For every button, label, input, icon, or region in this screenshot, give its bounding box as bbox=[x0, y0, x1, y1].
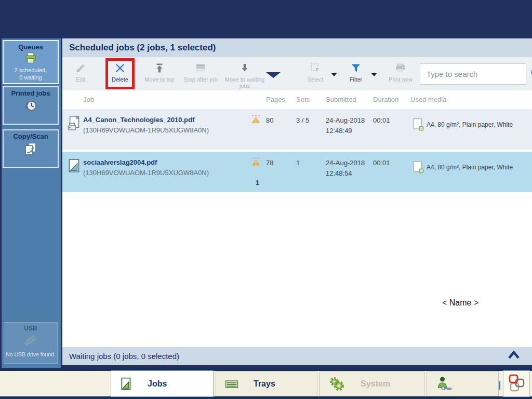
print-now-button[interactable]: Print now bbox=[385, 61, 416, 83]
tab-user-login[interactable] bbox=[427, 371, 499, 396]
chevron-up-icon[interactable] bbox=[507, 350, 521, 362]
job-submitted-time: 12:48:49 bbox=[326, 127, 352, 135]
sidebar-item-copy-scan[interactable]: Copy/Scan bbox=[3, 129, 59, 168]
queues-status-line2: 0 waiting bbox=[4, 74, 58, 81]
warning-icon bbox=[251, 157, 260, 168]
search-icon[interactable] bbox=[530, 67, 532, 82]
select-label: Select bbox=[308, 76, 324, 83]
stop-after-job-label: Stop after job bbox=[183, 76, 217, 83]
delete-button[interactable]: Delete bbox=[110, 61, 130, 83]
move-to-top-button[interactable]: Move to top bbox=[141, 61, 178, 83]
scheduled-jobs-header: Scheduled jobs (2 jobs, 1 selected) bbox=[62, 38, 532, 57]
print-now-label: Print now bbox=[389, 76, 413, 83]
job-progress-count: 1 bbox=[256, 179, 259, 187]
trays-icon bbox=[224, 378, 239, 390]
job-pages: 78 bbox=[266, 159, 273, 167]
select-button[interactable]: Select bbox=[302, 61, 328, 83]
select-dropdown-caret[interactable] bbox=[331, 73, 337, 76]
delete-x-icon bbox=[114, 61, 126, 75]
waiting-jobs-title: Waiting jobs (0 jobs, 0 selected) bbox=[69, 352, 179, 361]
queues-label: Queues bbox=[4, 41, 58, 51]
printing-job-icon bbox=[67, 115, 81, 134]
filter-funnel-icon bbox=[350, 61, 362, 75]
main-content: Scheduled jobs (2 jobs, 1 selected) Edit… bbox=[62, 38, 532, 365]
copy-scan-icon bbox=[22, 141, 39, 159]
select-marquee-icon bbox=[310, 61, 321, 75]
toolbar: Edit Delete Move to top bbox=[62, 57, 532, 90]
job-row-1[interactable]: A4_Canon_Technologies_2010.pdf (130H69VO… bbox=[62, 109, 532, 150]
stop-after-job-button[interactable]: Stop after job bbox=[180, 61, 221, 83]
column-header-sets: Sets bbox=[296, 96, 310, 103]
top-banner bbox=[0, 0, 532, 38]
move-to-waiting-button[interactable]: Move to waiting jobs bbox=[221, 61, 269, 89]
column-header-pages: Pages bbox=[266, 96, 285, 103]
sidebar-item-queues[interactable]: Queues 2 scheduled, 0 waiting bbox=[3, 40, 59, 84]
waiting-jobs-bar[interactable]: Waiting jobs (0 jobs, 0 selected) bbox=[62, 347, 532, 365]
usb-status: No USB drive found. bbox=[4, 350, 57, 358]
sidebar-item-printed-jobs[interactable]: Printed jobs bbox=[3, 86, 59, 125]
job-submitted-time: 12:48:54 bbox=[326, 169, 352, 177]
move-to-waiting-label: Move to waiting jobs bbox=[221, 76, 269, 89]
tab-system-label: System bbox=[361, 379, 390, 389]
tab-system[interactable]: System bbox=[320, 371, 424, 396]
job-name: A4_Canon_Technologies_2010.pdf bbox=[83, 116, 194, 124]
delete-label: Delete bbox=[112, 76, 128, 83]
printed-jobs-label: Printed jobs bbox=[4, 87, 58, 97]
history-clock-icon bbox=[23, 98, 38, 115]
more-actions-dropdown[interactable] bbox=[266, 72, 281, 78]
sidebar: Queues 2 scheduled, 0 waiting Printed jo… bbox=[2, 38, 61, 368]
tab-trays[interactable]: Trays bbox=[216, 371, 317, 396]
media-sheet-icon bbox=[412, 118, 424, 134]
edit-label: Edit bbox=[76, 76, 86, 83]
move-to-top-label: Move to top bbox=[144, 76, 174, 83]
job-duration: 00:01 bbox=[373, 116, 390, 124]
column-header-used-media: Used media bbox=[410, 96, 446, 103]
name-placeholder: < Name > bbox=[442, 298, 478, 308]
tab-trays-label: Trays bbox=[254, 379, 275, 389]
media-sheet-icon bbox=[412, 161, 424, 177]
filter-button[interactable]: Filter bbox=[344, 61, 367, 83]
job-sets: 1 bbox=[296, 159, 300, 167]
stop-after-job-icon bbox=[194, 61, 207, 75]
gears-icon bbox=[328, 376, 346, 392]
document-job-icon bbox=[67, 158, 81, 177]
column-header-submitted: Submitted bbox=[326, 96, 356, 103]
pencil-icon bbox=[75, 61, 86, 75]
job-media: A4, 80 g/m², Plain paper, White bbox=[427, 121, 513, 128]
usb-stick-icon bbox=[22, 333, 39, 350]
warning-icon bbox=[251, 115, 260, 126]
copy-scan-label: Copy/Scan bbox=[4, 130, 58, 140]
scheduled-jobs-table: Job Pages Sets Submitted Duration Used m… bbox=[62, 90, 532, 347]
printer-icon bbox=[24, 52, 37, 66]
tab-jobs-label: Jobs bbox=[148, 379, 167, 389]
arrow-up-bar-icon bbox=[154, 61, 165, 75]
page-title: Scheduled jobs (2 jobs, 1 selected) bbox=[69, 43, 216, 53]
tab-separator bbox=[499, 381, 500, 390]
job-id: (130H69VOWUAOM-1R9U5XUGW8A0N) bbox=[83, 169, 209, 177]
sidebar-item-usb[interactable]: USB No USB drive found. bbox=[4, 322, 58, 364]
bottom-tab-bar: Jobs Trays System bbox=[0, 369, 532, 399]
job-submitted-date: 24-Aug-2018 bbox=[326, 159, 365, 167]
usb-label: USB bbox=[4, 323, 57, 332]
job-row-2-selected[interactable]: sociaalverslag2004.pdf (130H69VOWUAOM-1R… bbox=[62, 152, 532, 192]
edit-button[interactable]: Edit bbox=[69, 61, 92, 83]
column-header-job: Job bbox=[83, 96, 94, 103]
filter-label: Filter bbox=[350, 76, 362, 83]
jobs-document-icon bbox=[119, 377, 133, 391]
arrow-down-icon bbox=[239, 61, 250, 75]
job-media: A4, 80 g/m², Plain paper, White bbox=[427, 164, 513, 171]
queues-status-line1: 2 scheduled, bbox=[4, 66, 58, 74]
job-sets: 3 / 5 bbox=[296, 116, 309, 124]
user-key-icon bbox=[435, 376, 454, 392]
overlapping-squares-icon bbox=[507, 373, 526, 395]
filter-dropdown-caret[interactable] bbox=[371, 73, 377, 76]
job-submitted-date: 24-Aug-2018 bbox=[326, 116, 365, 124]
switch-view-button[interactable] bbox=[503, 370, 530, 397]
job-name: sociaalverslag2004.pdf bbox=[83, 158, 157, 166]
search-input[interactable] bbox=[420, 70, 530, 78]
tab-jobs[interactable]: Jobs bbox=[111, 370, 214, 397]
job-id: (130H69VOWUAOM-1R9U5XUGW8A0N) bbox=[83, 126, 209, 134]
search-box bbox=[420, 63, 526, 85]
job-duration: 00:01 bbox=[373, 159, 390, 167]
job-pages: 80 bbox=[266, 116, 273, 124]
